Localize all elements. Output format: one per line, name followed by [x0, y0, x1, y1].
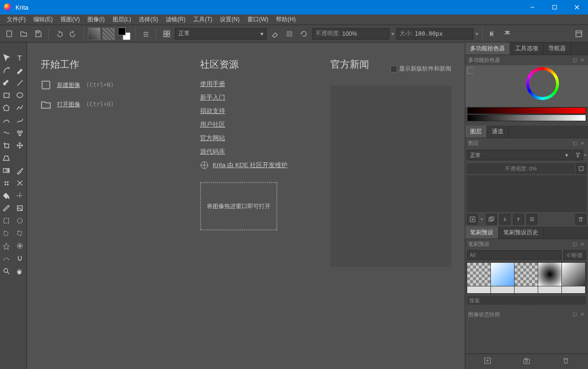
menu-window[interactable]: 窗口(W) — [244, 14, 272, 25]
menu-edit[interactable]: 编辑(E) — [29, 14, 57, 25]
new-image-link[interactable]: 新建图像 (Ctrl+N) — [41, 80, 176, 90]
reference-tool[interactable] — [14, 202, 27, 214]
ellipse-tool[interactable] — [14, 89, 27, 101]
magnetic-select-tool[interactable] — [14, 252, 27, 265]
minimize-button[interactable] — [521, 0, 544, 14]
tab-navigator[interactable]: 导航器 — [544, 43, 571, 55]
line-tool[interactable] — [14, 76, 27, 89]
tab-brush-history[interactable]: 笔刷预设历史 — [499, 227, 544, 239]
link-source[interactable]: 源代码库 — [200, 147, 306, 156]
brush-preset[interactable] — [562, 286, 585, 293]
dynamic-brush-tool[interactable] — [0, 127, 14, 139]
close-docker-icon[interactable]: ✕ — [579, 57, 585, 63]
tab-layers[interactable]: 图层 — [465, 126, 487, 138]
move-tool[interactable] — [0, 51, 14, 64]
color-picker-tool[interactable] — [14, 164, 27, 177]
menu-help[interactable]: 帮助(H) — [272, 14, 300, 25]
layer-blend-select[interactable]: 正常▾ — [467, 150, 572, 160]
brush-preset[interactable] — [467, 286, 490, 293]
brush-preset[interactable] — [467, 263, 490, 286]
workspace-button[interactable] — [573, 28, 585, 40]
rect-select-tool[interactable] — [0, 214, 14, 227]
link-community[interactable]: 用户社区 — [200, 120, 306, 129]
reload-brush-button[interactable] — [298, 28, 310, 40]
drag-handle[interactable]: ┄┄┄ — [465, 122, 588, 126]
duplicate-layer-button[interactable] — [486, 214, 497, 225]
open-image-link[interactable]: 打开图像 (Ctrl+O) — [41, 99, 176, 110]
layer-down-button[interactable] — [500, 214, 510, 225]
redo-button[interactable] — [67, 28, 80, 40]
perspective-tool[interactable] — [0, 152, 14, 164]
polygon-tool[interactable] — [0, 101, 14, 114]
brush-settings-button[interactable] — [140, 28, 152, 40]
menu-view[interactable]: 视图(V) — [57, 14, 84, 25]
brush-preset[interactable] — [515, 263, 538, 286]
link-manual[interactable]: 使用手册 — [200, 80, 306, 88]
maximize-button[interactable] — [544, 0, 566, 14]
freehand-select-tool[interactable] — [0, 227, 14, 240]
snapshot-camera-button[interactable] — [523, 357, 531, 366]
polyline-tool[interactable] — [14, 101, 27, 114]
news-checkbox[interactable]: 显示新版软件和新闻 — [390, 65, 451, 73]
delete-layer-button[interactable] — [575, 214, 586, 225]
brush-preset[interactable] — [538, 286, 561, 293]
link-kde[interactable]: Krita 由 KDE 社区开发维护 — [213, 161, 287, 170]
brush-tag-button[interactable]: 🏷 标签 — [563, 250, 586, 260]
float-icon[interactable]: ◱ — [572, 141, 577, 146]
poly-select-tool[interactable] — [14, 227, 27, 240]
link-getting-started[interactable]: 新手入门 — [200, 93, 306, 102]
eraser-mode-button[interactable] — [269, 28, 281, 40]
gradient-tool[interactable] — [0, 164, 14, 177]
new-layer-button[interactable] — [467, 214, 478, 225]
multibrush-tool[interactable] — [14, 127, 27, 139]
bezier-tool[interactable] — [0, 114, 14, 127]
undo-button[interactable] — [53, 28, 65, 40]
float-icon[interactable]: ◱ — [572, 57, 577, 63]
close-button[interactable] — [566, 0, 588, 14]
text-tool[interactable]: T — [14, 51, 27, 64]
float-icon[interactable]: ◱ — [572, 311, 577, 317]
layer-properties-button[interactable] — [527, 214, 537, 225]
layer-opacity-slider[interactable]: 不透明度: 0% — [467, 163, 575, 174]
layer-settings-button[interactable] — [576, 163, 587, 174]
pattern-swatch[interactable] — [102, 28, 115, 40]
opacity-field[interactable]: 不透明度:100% — [312, 28, 389, 40]
size-field[interactable]: 大小:100.00px — [396, 28, 473, 40]
tab-channels[interactable]: 通道 — [487, 126, 509, 138]
contiguous-select-tool[interactable] — [0, 240, 14, 252]
rectangle-tool[interactable] — [0, 89, 14, 101]
gradient-swatch[interactable] — [88, 28, 100, 40]
close-docker-icon[interactable]: ✕ — [579, 141, 585, 146]
tab-tool-options[interactable]: 工具选项 — [510, 43, 544, 55]
menu-select[interactable]: 选择(S) — [135, 14, 162, 25]
value-slider[interactable] — [467, 114, 586, 121]
close-docker-icon[interactable]: ✕ — [579, 241, 585, 247]
assistant-tool[interactable] — [14, 189, 27, 202]
brush-preset[interactable] — [562, 263, 585, 286]
brush-tool[interactable] — [0, 76, 14, 89]
snapshot-new-button[interactable] — [484, 357, 491, 366]
mirror-horizontal-button[interactable] — [487, 28, 499, 40]
menu-tools[interactable]: 工具(T) — [189, 14, 216, 25]
tab-brush-presets[interactable]: 笔刷预设 — [465, 227, 499, 239]
color-swatches[interactable] — [117, 27, 131, 41]
brush-filter-select[interactable] — [467, 250, 561, 260]
pan-tool[interactable] — [14, 265, 27, 277]
zoom-tool[interactable] — [0, 265, 14, 277]
menu-settings[interactable]: 设置(N) — [216, 14, 244, 25]
brush-preset[interactable] — [538, 263, 561, 286]
layer-up-button[interactable] — [513, 214, 524, 225]
hue-slider[interactable] — [467, 107, 586, 114]
blend-mode-select[interactable]: 正常▾ — [175, 28, 267, 40]
color-selector[interactable] — [465, 65, 588, 107]
edit-shapes-tool[interactable] — [14, 64, 27, 76]
alpha-lock-button[interactable] — [283, 28, 296, 40]
save-file-button[interactable] — [32, 28, 44, 40]
color-menu-icon[interactable] — [467, 67, 473, 74]
ellipse-select-tool[interactable] — [14, 214, 27, 227]
crop-tool[interactable] — [0, 139, 14, 152]
transform-tool[interactable] — [0, 64, 14, 76]
snapshot-delete-button[interactable] — [562, 357, 570, 366]
bezier-select-tool[interactable] — [0, 252, 14, 265]
smart-fill-tool[interactable] — [14, 177, 27, 189]
